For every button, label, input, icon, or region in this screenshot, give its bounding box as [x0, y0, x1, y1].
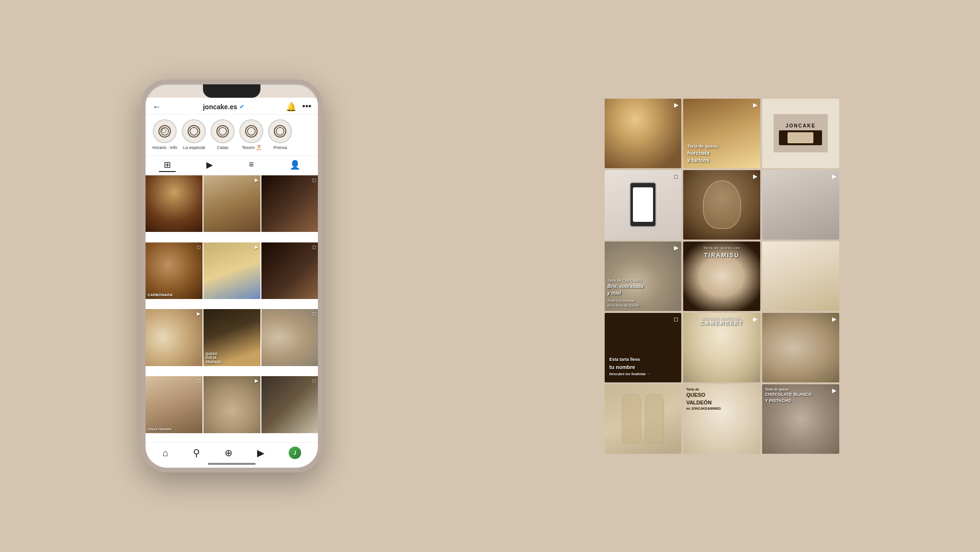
phone-notch	[203, 84, 260, 98]
story-circle	[153, 119, 177, 143]
grid-cell-4[interactable]: ◻ CARBONARA	[146, 242, 203, 299]
dg-cell-r5c3[interactable]: ▶ Tarta de queso CHOCOLATE BLANCOY PISTA…	[762, 384, 839, 454]
desktop-instagram-grid: ▶ ▶ Tarta de queso,horchatay fartons JON…	[605, 99, 839, 454]
instagram-header: ← joncake.es ✔ 🔔 •••	[146, 98, 318, 115]
phone-screen: ← joncake.es ✔ 🔔 ••• Horario · Info	[146, 98, 318, 468]
cell-8-text: QUESOOVEJATRUFADO	[205, 352, 222, 364]
cell-7-icon: ▶	[197, 311, 201, 316]
story-circle-catas	[211, 119, 235, 143]
dg-cell-r1c3[interactable]: JONCAKE	[762, 99, 839, 168]
cell-3-icon: ◻	[312, 177, 316, 183]
story-item-prensa[interactable]: Prensa	[268, 119, 292, 150]
dg-cell-r3c3[interactable]	[762, 242, 839, 311]
dg-cell-r4c2[interactable]: ▶ EDICIÓN ESPECIAL CAMEMBERT	[683, 313, 760, 382]
dg-cell-r4c3[interactable]: ▶	[762, 313, 839, 382]
dg-cell-r5c1[interactable]	[605, 384, 682, 454]
dg-cell-r2c3[interactable]: ▶	[762, 170, 839, 240]
bell-icon[interactable]: 🔔	[286, 102, 296, 112]
cell-4-text: CARBONARA	[147, 293, 172, 298]
phone-mockup: ← joncake.es ✔ 🔔 ••• Horario · Info	[141, 80, 323, 472]
tab-tagged[interactable]: 👤	[285, 159, 305, 172]
story-label-horario: Horario · Info	[152, 145, 177, 150]
dg-cell-r1c2[interactable]: ▶ Tarta de queso,horchatay fartons	[683, 99, 760, 168]
more-icon[interactable]: •••	[302, 102, 311, 112]
dg-cell-r2c2[interactable]: ▶	[683, 170, 760, 240]
story-circle-prensa	[268, 119, 292, 143]
dg-r2c2-icon: ▶	[753, 173, 757, 180]
dg-r3c2-text: Tarta de queso con TIRAMISÚ	[687, 245, 756, 260]
grid-cell-11[interactable]: ▶	[203, 376, 260, 433]
dg-cell-r2c1[interactable]: ◻	[605, 170, 682, 240]
dg-r2c3-icon: ▶	[832, 173, 836, 180]
dg-r5c3-text: Tarta de queso CHOCOLATE BLANCOY PISTACH…	[765, 387, 836, 404]
story-circle-tesoro	[239, 119, 263, 143]
cell-6-icon: ◻	[312, 244, 316, 250]
tab-saved[interactable]: ≡	[244, 159, 259, 172]
verified-icon: ✔	[239, 104, 244, 110]
dg-r1c3-storefront: JONCAKE	[762, 99, 839, 168]
cell-5-icon: ▶	[255, 244, 259, 250]
profile-tabs: ⊞ ▶ ≡ 👤	[146, 155, 318, 175]
dg-r1c2-text: Tarta de queso,horchatay fartons	[687, 143, 719, 164]
grid-cell-3[interactable]: ◻	[261, 175, 318, 232]
cell-9-icon: ◻	[312, 311, 316, 316]
dg-cell-r3c1[interactable]: ▶ Tarta de Cori Castro Brie, sobrasaday …	[605, 242, 682, 311]
story-label-especial: La especial	[183, 145, 205, 150]
grid-cell-5[interactable]: ▶	[203, 242, 260, 299]
story-label-catas: Catas	[217, 145, 229, 150]
nav-reels-icon[interactable]: ▶	[257, 447, 264, 459]
dg-r1c2-icon: ▶	[753, 102, 757, 108]
nav-profile-avatar[interactable]: J	[289, 447, 301, 459]
photo-grid: ▶ ◻ ◻ CARBONARA ▶ ◻ ▶ QUESOOVEJATRUFADO	[146, 175, 318, 442]
grid-cell-7[interactable]: ▶	[146, 309, 203, 366]
grid-cell-8[interactable]: QUESOOVEJATRUFADO	[203, 309, 260, 366]
nav-search-icon[interactable]: ⚲	[193, 447, 200, 459]
dg-r4c2-text: EDICIÓN ESPECIAL CAMEMBERT	[687, 317, 756, 326]
dg-r5c2-text: Tarta de QUESOVALDEÓN en JONCAKE&WINES	[686, 387, 757, 411]
bottom-navigation: ⌂ ⚲ ⊕ ▶ J	[146, 442, 318, 461]
dg-r3c1-text: Tarta de Cori Castro Brie, sobrasaday mi…	[608, 278, 679, 308]
cell-12-icon: ◻	[312, 378, 316, 383]
dg-cell-r4c1[interactable]: ◻ Esta tarta lleva tu nombre Descubre lo…	[605, 313, 682, 382]
story-item-especial[interactable]: La especial	[182, 119, 206, 150]
grid-cell-2[interactable]: ▶	[203, 175, 260, 232]
username-area: joncake.es ✔	[203, 103, 244, 111]
dg-r3c1-icon: ▶	[674, 244, 678, 251]
tab-grid[interactable]: ⊞	[159, 159, 176, 172]
grid-cell-10[interactable]: ◻ OVEJA TRUFADA	[146, 376, 203, 433]
dg-r4c1-text: Esta tarta lleva tu nombre Descubre los …	[609, 356, 679, 378]
grid-cell-12[interactable]: ◻	[261, 376, 318, 433]
dg-r2c1-icon: ◻	[674, 173, 678, 180]
nav-add-icon[interactable]: ⊕	[225, 447, 233, 459]
dg-r4c3-icon: ▶	[832, 316, 836, 322]
story-item-horario[interactable]: Horario · Info	[152, 119, 177, 150]
cell-10-icon: ◻	[197, 378, 201, 383]
cell-2-icon: ▶	[255, 177, 259, 183]
grid-cell-9[interactable]: ◻	[261, 309, 318, 366]
dg-r1c1-icon: ▶	[674, 102, 678, 108]
dg-r4c1-icon: ◻	[674, 316, 678, 322]
cell-11-icon: ▶	[255, 378, 259, 383]
header-icons: 🔔 •••	[286, 102, 311, 112]
back-icon[interactable]: ←	[152, 102, 161, 112]
tab-reels[interactable]: ▶	[202, 159, 218, 172]
nav-home-icon[interactable]: ⌂	[163, 448, 169, 459]
story-label-prensa: Prensa	[273, 145, 287, 150]
story-label-tesoro: Tesoro 🎅	[242, 145, 261, 150]
dg-cell-r1c1[interactable]: ▶	[605, 99, 682, 168]
grid-cell-1[interactable]	[146, 175, 203, 232]
cell-4-icon: ◻	[197, 244, 201, 250]
story-item-tesoro[interactable]: Tesoro 🎅	[239, 119, 263, 150]
dg-cell-r5c2[interactable]: Tarta de QUESOVALDEÓN en JONCAKE&WINES	[683, 384, 760, 454]
cell-10-text: OVEJA TRUFADA	[147, 428, 171, 431]
story-item-catas[interactable]: Catas	[211, 119, 235, 150]
phone-home-bar	[208, 463, 256, 465]
username-text: joncake.es	[203, 103, 237, 111]
grid-cell-6[interactable]: ◻	[261, 242, 318, 299]
story-circle-especial	[182, 119, 206, 143]
stories-row: Horario · Info La especial Catas Tesoro …	[146, 115, 318, 155]
dg-cell-r3c2[interactable]: Tarta de queso con TIRAMISÚ	[683, 242, 760, 311]
